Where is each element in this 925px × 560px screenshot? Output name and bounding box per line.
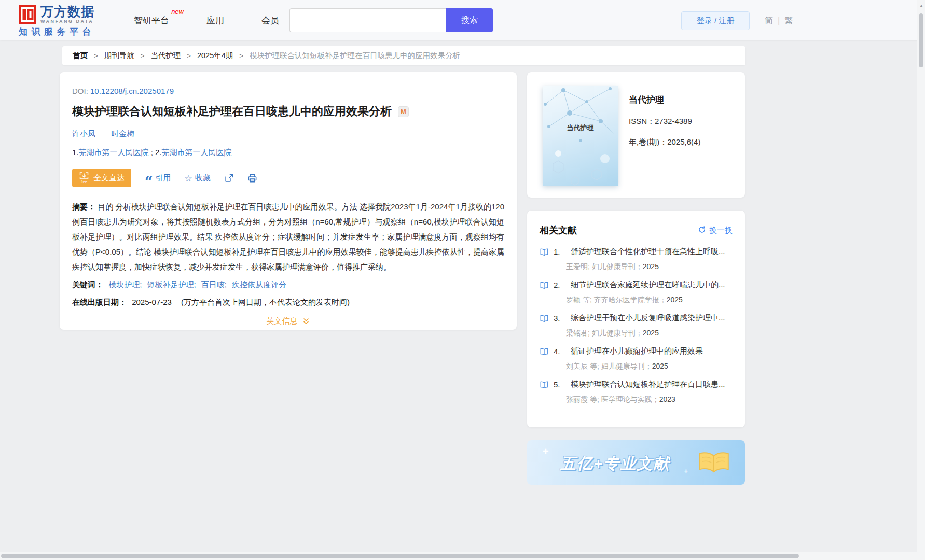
breadcrumb-home[interactable]: 首页 [73,51,88,60]
keyword-link[interactable]: 短板补足护理; [147,280,196,289]
related-item-title[interactable]: 细节护理联合家庭延续护理在哮喘患儿中的... [571,280,725,290]
publish-date: 2025-07-23 [132,298,172,306]
sparkle-icon: + [684,467,688,475]
breadcrumb-issue[interactable]: 2025年4期 [197,51,233,60]
breadcrumb-separator: > [239,52,243,60]
svg-text:free: free [81,180,87,184]
new-badge: new [171,8,184,16]
english-info-label: 英文信息 [266,316,297,325]
header: 万方数据 WANFANG DATA 知识服务平台 智研平台 new 应用 会员 … [0,0,925,40]
vertical-scrollbar-thumb[interactable] [919,13,923,67]
related-item-meta: 罗颖 等; 齐齐哈尔医学院学报；2025 [566,296,733,305]
publish-date-row: 在线出版日期： 2025-07-23 (万方平台首次上网日期，不代表论文的发表时… [72,298,504,307]
page-title: 模块护理联合认知短板补足护理在百日咳患儿中的应用效果分析 [72,104,392,119]
related-item-meta: 梁铭君; 妇儿健康导刊；2025 [566,329,733,338]
keyword-link[interactable]: 疾控依从度评分 [232,280,286,289]
related-item-title[interactable]: 综合护理干预在小儿反复呼吸道感染护理中... [571,313,725,323]
journal-volume-row: 年,卷(期)：2025,6(4) [629,137,700,147]
related-item: 2. 细节护理联合家庭延续护理在哮喘患儿中的... 罗颖 等; 齐齐哈尔医学院学… [540,280,733,305]
main-nav: 智研平台 new 应用 会员 [134,0,279,40]
share-icon [224,173,234,183]
article-actions: free 全文直达 “ 引用 ☆ 收藏 [72,169,504,187]
keyword-link[interactable]: 百日咳; [201,280,227,289]
cite-button[interactable]: “ 引用 [145,173,171,183]
nav-item-research-platform[interactable]: 智研平台 new [134,15,169,26]
journal-cover-image[interactable]: 当代护理 [543,86,618,186]
login-register-button[interactable]: 登录 / 注册 [681,11,750,30]
author-link[interactable]: 许小凤 [72,129,95,138]
breadcrumb-journal-nav[interactable]: 期刊导航 [104,51,134,60]
affiliation-link[interactable]: 芜湖市第一人民医院 [162,148,232,157]
publish-date-note: (万方平台首次上网日期，不代表论文的发表时间) [181,298,350,306]
lang-traditional[interactable]: 繁 [784,11,793,30]
favorite-button[interactable]: ☆ 收藏 [185,173,211,184]
keywords: 关键词： 模块护理; 短板补足护理; 百日咳; 疾控依从度评分 [72,280,504,290]
journal-name[interactable]: 当代护理 [629,94,700,106]
related-title: 相关文献 [540,224,577,236]
related-item-meta: 刘美辰 等; 妇儿健康导刊；2025 [566,362,733,371]
related-item: 1. 舒适护理联合个性化护理干预在急性上呼吸... 王爱明; 妇儿健康导刊；20… [540,247,733,272]
lang-divider: | [778,11,780,30]
print-button[interactable] [247,173,257,183]
affiliation-link[interactable]: 芜湖市第一人民医院 [79,148,149,157]
refresh-icon [698,226,706,235]
affiliation-separator: ; [149,148,156,157]
related-item-meta: 张丽霞 等; 医学理论与实践；2023 [566,395,733,404]
related-item-year: 2025 [643,329,659,337]
volume-label: 年,卷(期)： [629,137,667,146]
doi-row: DOI: 10.12208/j.cn.20250179 [72,87,504,95]
breadcrumb-separator: > [187,52,191,60]
issn-label: ISSN： [629,117,655,125]
author-link[interactable]: 时金梅 [111,129,134,138]
nav-item-apps[interactable]: 应用 [206,15,224,26]
related-list: 1. 舒适护理联合个性化护理干预在急性上呼吸... 王爱明; 妇儿健康导刊；20… [540,247,733,404]
doi-link[interactable]: 10.12208/j.cn.20250179 [90,87,174,95]
share-button[interactable] [224,173,234,183]
english-info-toggle[interactable]: 英文信息 [72,316,504,326]
journal-cover-title: 当代护理 [543,123,618,133]
breadcrumb-separator: > [94,52,98,60]
vertical-scrollbar[interactable]: ▲ [917,0,925,552]
related-item-title[interactable]: 舒适护理联合个性化护理干预在急性上呼吸... [571,247,725,257]
favorite-label: 收藏 [195,173,211,183]
search-input[interactable] [289,8,446,32]
related-item-title[interactable]: 模块护理联合认知短板补足护理在百日咳患... [571,380,725,389]
related-item: 5. 模块护理联合认知短板补足护理在百日咳患... 张丽霞 等; 医学理论与实践… [540,380,733,404]
search-box: 搜索 [289,8,493,32]
scroll-up-arrow[interactable]: ▲ [917,3,925,8]
banner-headline: 五亿+专业文献 [560,453,670,474]
related-item-number: 3. [554,314,566,323]
article-title-row: 模块护理联合认知短板补足护理在百日咳患儿中的应用效果分析 M [72,104,504,119]
related-item: 4. 循证护理在小儿癫痫护理中的应用效果 刘美辰 等; 妇儿健康导刊；2025 [540,346,733,371]
medical-badge: M [398,106,409,117]
logo-tagline: 知识服务平台 [19,26,95,38]
open-book-icon [696,451,731,477]
promo-banner[interactable]: + + 五亿+专业文献 [527,440,745,485]
print-icon [247,173,257,183]
journal-issn-row: ISSN：2732-4389 [629,117,700,127]
book-icon [540,381,549,389]
book-icon [540,314,549,323]
horizontal-scrollbar[interactable] [0,552,925,560]
related-item-number: 2. [554,281,566,289]
breadcrumb-journal[interactable]: 当代护理 [150,51,181,60]
lang-simplified[interactable]: 简 [765,11,773,30]
language-switch: 简 | 繁 [765,11,793,30]
search-button[interactable]: 搜索 [446,8,493,32]
horizontal-scrollbar-thumb[interactable] [1,554,799,558]
nav-item-membership[interactable]: 会员 [261,15,279,26]
fulltext-download-icon: free [79,172,89,184]
journal-card: 当代护理 当代护理 ISSN：2732-4389 年,卷(期)：2025,6(4… [527,72,745,198]
journal-cover-art [543,86,618,186]
abstract-text: 目的 分析模块护理联合认知短板补足护理在百日咳患儿中的应用效果。方法 选择我院2… [72,202,504,271]
breadcrumb-separator: > [141,52,145,60]
refresh-related-button[interactable]: 换一换 [698,226,733,235]
related-item: 3. 综合护理干预在小儿反复呼吸道感染护理中... 梁铭君; 妇儿健康导刊；20… [540,313,733,338]
related-item-title[interactable]: 循证护理在小儿癫痫护理中的应用效果 [571,346,703,356]
abstract: 摘要： 目的 分析模块护理联合认知短板补足护理在百日咳患儿中的应用效果。方法 选… [72,199,504,274]
keyword-link[interactable]: 模块护理; [108,280,142,289]
journal-info: 当代护理 ISSN：2732-4389 年,卷(期)：2025,6(4) [629,94,700,147]
fulltext-button[interactable]: free 全文直达 [72,169,131,187]
wanfang-logo[interactable]: 万方数据 WANFANG DATA 知识服务平台 [19,5,95,38]
logo-name-en: WANFANG DATA [40,19,94,24]
